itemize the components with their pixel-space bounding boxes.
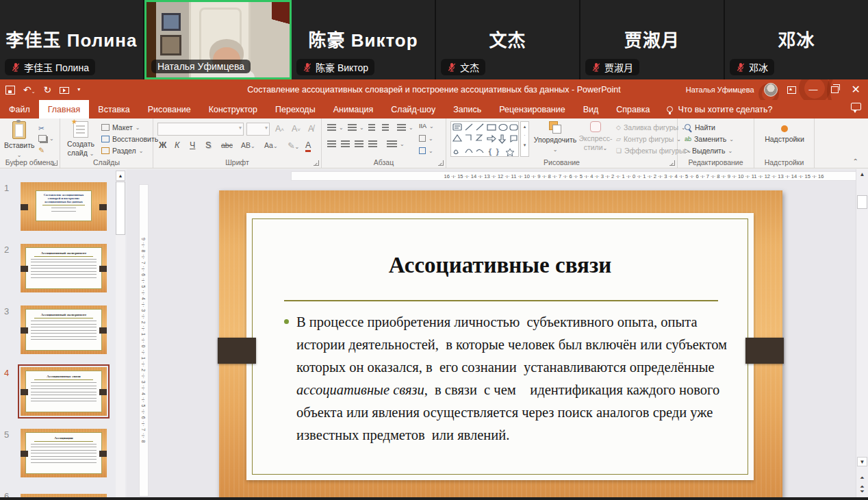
addins-button[interactable]: Надстройки xyxy=(760,125,809,144)
font-size-combobox[interactable] xyxy=(246,123,270,136)
slide-thumbnail[interactable]: Ассоциативный эксперимент xyxy=(21,305,107,354)
tell-me-box[interactable]: Что вы хотите сделать? xyxy=(659,100,780,118)
align-text-button[interactable]: ⌄ xyxy=(419,135,433,142)
paste-button[interactable]: Вставить⌄ xyxy=(4,121,34,158)
font-color-button[interactable]: А xyxy=(305,140,311,152)
ribbon-tab[interactable]: Вид xyxy=(574,100,608,118)
ribbon-tab[interactable]: Слайд-шоу xyxy=(382,100,444,118)
scroll-down-icon[interactable]: ▼ xyxy=(857,457,867,466)
ribbon-tab[interactable]: Рецензирование xyxy=(490,100,574,118)
main-scrollbar[interactable]: ▲ ▼ ⏶⏶ ⏷⏷ xyxy=(856,169,868,500)
find-button[interactable]: Найти xyxy=(685,123,715,132)
format-painter-button[interactable]: ✎ xyxy=(38,146,44,154)
convert-smartart-button[interactable]: ⌄ xyxy=(419,147,433,154)
scrollbar-thumb[interactable] xyxy=(116,182,125,235)
quick-styles-button[interactable]: Экспресс-стили⌄ xyxy=(578,121,613,151)
participant-name-centered: 文杰 xyxy=(436,26,579,51)
ribbon-tab[interactable]: Рисование xyxy=(139,100,200,118)
ribbon-display-options-icon[interactable] xyxy=(787,86,796,94)
participant-tile[interactable]: Наталья Уфимцева xyxy=(144,0,292,79)
shape-outline-button[interactable]: ▱Контур фигуры⌄ xyxy=(616,135,681,143)
restore-button[interactable] xyxy=(831,86,839,93)
shape-fill-button[interactable]: ◇Заливка фигуры⌄ xyxy=(616,123,686,132)
grow-font-button[interactable]: А˄ xyxy=(275,124,284,134)
next-slide-button[interactable]: ⏷⏷ xyxy=(857,487,867,497)
text-direction-button[interactable]: ΙΙΑ⌄ xyxy=(419,123,434,129)
align-center-button[interactable] xyxy=(341,140,350,148)
cut-button[interactable]: ✂ xyxy=(38,124,44,132)
change-case-button[interactable]: Аа⌄ xyxy=(264,141,278,149)
font-name-combobox[interactable] xyxy=(157,123,244,136)
clear-formatting-button[interactable]: А̸ xyxy=(308,124,314,134)
search-icon xyxy=(685,124,692,132)
section-button[interactable]: Раздел⌄ xyxy=(101,147,143,155)
participant-tile[interactable]: 贾淑月 贾淑月 xyxy=(580,0,725,79)
arrange-button[interactable]: Упорядочить⌄ xyxy=(533,121,578,153)
slide-number: 4 xyxy=(4,368,9,378)
new-slide-button[interactable]: Создать слайд ⌄ xyxy=(63,121,99,157)
font-dialog-launcher[interactable] xyxy=(314,160,319,166)
ribbon-tab[interactable]: Конструктор xyxy=(200,100,266,118)
character-spacing-button[interactable]: АВ⌄ xyxy=(241,141,255,149)
participant-tile[interactable]: 邓冰 邓冰 xyxy=(725,0,868,79)
increase-indent-button[interactable] xyxy=(382,124,389,132)
line-spacing-button[interactable]: ⌄ xyxy=(397,124,413,132)
slide-title[interactable]: Ассоциативные связи xyxy=(246,253,754,278)
previous-slide-button[interactable]: ⏶⏶ xyxy=(857,473,867,483)
ribbon-tab[interactable]: Вставка xyxy=(89,100,138,118)
slide-thumbnail[interactable]: Ассоциативный эксперимент xyxy=(21,244,107,292)
copy-button[interactable]: ⌄ xyxy=(38,135,54,142)
close-button[interactable]: ✕ xyxy=(848,79,864,100)
replace-button[interactable]: abЗаменить⌄ xyxy=(685,135,734,143)
highlight-color-button[interactable]: ✎⌄ xyxy=(288,140,299,151)
align-left-button[interactable] xyxy=(327,140,336,148)
underline-button[interactable]: Ч xyxy=(190,140,195,150)
bold-button[interactable]: Ж xyxy=(159,140,166,150)
ribbon-tab[interactable]: Запись xyxy=(444,100,490,118)
layout-button[interactable]: Макет⌄ xyxy=(101,123,140,132)
ribbon-tab[interactable]: Файл xyxy=(0,100,39,118)
participant-tile[interactable]: 李佳玉 Полина 李佳玉 Полина xyxy=(0,0,144,79)
slide-content-card: Ассоциативные связи В процессе приобрете… xyxy=(246,213,754,480)
scroll-up-icon[interactable]: ▲ xyxy=(116,171,125,181)
minimize-button[interactable]: — xyxy=(806,79,821,100)
drawing-dialog-launcher[interactable] xyxy=(669,160,675,166)
reset-button[interactable]: Восстановить xyxy=(101,135,158,143)
participant-tile[interactable]: 陈豪 Виктор 陈豪 Виктор xyxy=(292,0,436,79)
shrink-font-button[interactable]: А˅ xyxy=(292,124,301,134)
scroll-up-icon[interactable]: ▲ xyxy=(857,170,867,179)
participant-name-centered: 陈豪 Виктор xyxy=(292,26,435,51)
decrease-indent-button[interactable] xyxy=(368,124,375,132)
clipboard-dialog-launcher[interactable] xyxy=(52,160,58,166)
shapes-gallery[interactable]: {} xyxy=(450,121,519,157)
collapse-ribbon-button[interactable]: ⌃ xyxy=(853,158,858,165)
slide-canvas[interactable]: Ассоциативные связи В процессе приобрете… xyxy=(219,190,782,498)
slide-thumbnail[interactable]: Ассоциативные связи xyxy=(21,367,107,416)
slide-thumbnail[interactable]: Ассоциации xyxy=(21,429,107,477)
ribbon-tab[interactable]: Справка xyxy=(607,100,659,118)
thumbnail-scrollbar[interactable]: ▲ xyxy=(116,171,125,499)
participant-tile[interactable]: 文杰 文杰 xyxy=(436,0,580,79)
text-shadow-button[interactable]: S xyxy=(205,140,211,150)
ribbon-tab[interactable]: Переходы xyxy=(266,100,324,118)
shapes-scrollbar[interactable]: ▴·▾ xyxy=(520,121,529,157)
comments-icon[interactable] xyxy=(851,103,861,110)
new-slide-icon xyxy=(73,121,88,138)
account-avatar[interactable] xyxy=(764,83,778,97)
scrollbar-thumb[interactable] xyxy=(857,195,867,209)
select-button[interactable]: ▷Выделить⌄ xyxy=(685,147,732,155)
columns-button[interactable]: ⌄ xyxy=(387,140,405,148)
italic-button[interactable]: К xyxy=(175,140,179,150)
ribbon-tab[interactable]: Главная xyxy=(39,100,90,118)
bullets-button[interactable]: ⌄ xyxy=(327,124,344,132)
paragraph-dialog-launcher[interactable] xyxy=(438,160,444,166)
account-name[interactable]: Наталья Уфимцева xyxy=(686,86,754,94)
justify-button[interactable] xyxy=(368,140,377,148)
align-right-button[interactable] xyxy=(355,140,363,148)
ribbon-tab[interactable]: Анимация xyxy=(324,100,383,118)
clipboard-icon xyxy=(12,121,26,139)
numbering-button[interactable]: ⌄ xyxy=(348,124,364,132)
strikethrough-button[interactable]: abc xyxy=(221,141,233,149)
slide-thumbnail[interactable]: Составление ассоциативных словарей и пос… xyxy=(21,182,107,231)
slide-body-text[interactable]: В процессе приобретения личностью субъек… xyxy=(296,311,748,447)
